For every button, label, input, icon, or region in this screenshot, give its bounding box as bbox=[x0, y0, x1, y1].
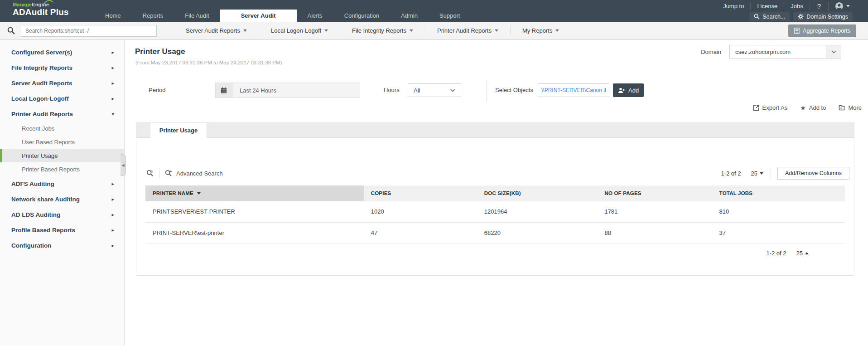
menu-label: File Integrity Reports bbox=[352, 27, 406, 34]
license-link[interactable]: License bbox=[751, 3, 784, 10]
sidebar-item-label: Profile Based Reports bbox=[11, 227, 75, 234]
chevron-down-icon bbox=[324, 29, 328, 32]
page-size-select[interactable]: 25 bbox=[751, 170, 763, 177]
sidebar-item-label: Server Audit Reports bbox=[11, 80, 72, 87]
sidebar-item-server-audit-reports[interactable]: Server Audit Reports▸ bbox=[0, 75, 124, 91]
user-avatar-icon bbox=[835, 2, 844, 10]
nav-configuration[interactable]: Configuration bbox=[333, 10, 390, 22]
chevron-down-icon bbox=[555, 29, 559, 32]
nav-alerts[interactable]: Alerts bbox=[297, 10, 333, 22]
sidebar-item-local-logon-logoff[interactable]: Local Logon-Logoff▸ bbox=[0, 91, 124, 106]
nav-support[interactable]: Support bbox=[429, 10, 471, 22]
sidebar-item-ad-lds-auditing[interactable]: AD LDS Auditing▸ bbox=[0, 207, 124, 222]
user-menu[interactable] bbox=[829, 2, 850, 10]
nav-reports[interactable]: Reports bbox=[132, 10, 174, 22]
sidebar-item-configured-servers[interactable]: Configured Server(s)▸ bbox=[0, 44, 124, 60]
export-as-button[interactable]: Export As bbox=[753, 104, 788, 111]
more-label: More bbox=[848, 104, 862, 111]
sidebar-item-printer-usage[interactable]: Printer Usage bbox=[0, 149, 124, 162]
sidebar-collapse-handle[interactable]: ◀ bbox=[121, 154, 126, 176]
table-row: PRINTSERVER\EST-PRINTER 1020 1201964 178… bbox=[145, 201, 845, 222]
user-caret-icon bbox=[846, 5, 850, 7]
report-menus: Server Audit Reports Local Logon-Logoff … bbox=[174, 22, 571, 39]
sidebar-subitem-label: Printer Based Reports bbox=[22, 166, 80, 173]
page-size-select[interactable]: 25 bbox=[796, 250, 809, 257]
menu-local-logon-logoff[interactable]: Local Logon-Logoff bbox=[259, 26, 340, 36]
report-tabstrip: Printer Usage bbox=[136, 123, 854, 138]
add-objects-button[interactable]: Add bbox=[613, 83, 644, 97]
printer-name-link[interactable]: PRINT-SERVER\est-printer bbox=[145, 222, 364, 244]
quick-search-icon[interactable] bbox=[7, 27, 15, 34]
add-remove-columns-button[interactable]: Add/Remove Columns bbox=[777, 167, 849, 180]
printer-name-link[interactable]: PRINTSERVER\EST-PRINTER bbox=[145, 201, 364, 222]
sidebar-item-network-share-auditing[interactable]: Network share Auditing▸ bbox=[0, 191, 124, 207]
brand-swoosh-icon bbox=[43, 0, 53, 5]
aggregate-reports-button[interactable]: Aggregate Reports bbox=[788, 24, 856, 37]
nav-admin[interactable]: Admin bbox=[390, 10, 429, 22]
chevron-left-icon: ◀ bbox=[121, 163, 124, 167]
sidebar-item-profile-based-reports[interactable]: Profile Based Reports▸ bbox=[0, 222, 124, 238]
jobs-cell: 37 bbox=[712, 222, 845, 244]
domain-settings-button[interactable]: Domain Settings bbox=[793, 12, 853, 21]
advanced-search-label[interactable]: Advanced Search bbox=[176, 170, 223, 177]
period-picker[interactable]: Last 24 Hours bbox=[215, 83, 360, 98]
copies-cell: 47 bbox=[364, 222, 477, 244]
nav-server-audit[interactable]: Server Audit bbox=[220, 10, 297, 22]
add-to-label: Add to bbox=[809, 104, 826, 111]
menu-label: Printer Audit Reports bbox=[437, 27, 492, 34]
filter-row: Period Last 24 Hours Hours All Select Ob… bbox=[125, 82, 868, 101]
report-date-range: (From May 23,2017 03:31:36 PM to May 24,… bbox=[135, 60, 282, 65]
col-copies[interactable]: COPIES bbox=[364, 185, 477, 201]
pagination-top: 1-2 of 2 25 Add/Remove Columns bbox=[721, 166, 849, 180]
help-icon[interactable]: ? bbox=[810, 2, 829, 10]
chevron-down-icon bbox=[410, 29, 413, 32]
nav-file-audit[interactable]: File Audit bbox=[174, 10, 220, 22]
pages-cell: 1781 bbox=[597, 201, 712, 222]
chevron-right-icon: ▸ bbox=[111, 49, 114, 55]
jump-to-link[interactable]: Jump to bbox=[717, 3, 751, 10]
sidebar-item-printer-based-reports[interactable]: Printer Based Reports bbox=[0, 162, 124, 176]
advanced-search-icon[interactable] bbox=[165, 170, 173, 177]
col-no-of-pages[interactable]: NO OF PAGES bbox=[597, 185, 712, 201]
sidebar-item-user-based-reports[interactable]: User Based Reports bbox=[0, 135, 124, 149]
sidebar-item-adfs-auditing[interactable]: ADFS Auditing▸ bbox=[0, 176, 124, 191]
col-doc-size[interactable]: DOC SIZE(KB) bbox=[477, 185, 598, 201]
more-button[interactable]: More bbox=[839, 104, 862, 111]
sidebar-subitem-label: Recent Jobs bbox=[22, 125, 54, 132]
report-search-input[interactable] bbox=[21, 25, 157, 37]
menu-printer-audit-reports[interactable]: Printer Audit Reports bbox=[425, 26, 511, 36]
chevron-down-icon bbox=[826, 45, 841, 58]
sidebar-item-printer-audit-reports[interactable]: Printer Audit Reports▾ bbox=[0, 106, 124, 122]
menu-server-audit-reports[interactable]: Server Audit Reports bbox=[174, 26, 259, 36]
menu-my-reports[interactable]: My Reports bbox=[511, 26, 571, 36]
brand-line: ManageEngine bbox=[13, 2, 69, 7]
pagination-bottom: 1-2 of 2 25 bbox=[766, 250, 809, 257]
hours-value: All bbox=[414, 87, 420, 94]
list-tools: Advanced Search 1-2 of 2 25 Add/Remove C… bbox=[136, 166, 854, 182]
calendar-icon bbox=[216, 83, 232, 97]
tab-printer-usage[interactable]: Printer Usage bbox=[150, 123, 207, 138]
domain-select[interactable]: csez.zohocorpin.com bbox=[729, 45, 841, 58]
sidebar-item-configuration[interactable]: Configuration▸ bbox=[0, 238, 124, 253]
chevron-down-icon bbox=[495, 29, 498, 32]
menu-label: Server Audit Reports bbox=[186, 27, 240, 34]
doc-size-cell: 68220 bbox=[477, 222, 598, 244]
nav-home[interactable]: Home bbox=[94, 10, 132, 22]
doc-size-cell: 1201964 bbox=[477, 201, 598, 222]
col-printer-name[interactable]: PRINTER NAME bbox=[145, 185, 364, 201]
menu-file-integrity-reports[interactable]: File Integrity Reports bbox=[340, 26, 425, 36]
search-icon[interactable] bbox=[146, 170, 154, 177]
add-to-button[interactable]: ★ Add to bbox=[800, 104, 826, 111]
sidebar-item-recent-jobs[interactable]: Recent Jobs bbox=[0, 122, 124, 135]
sidebar-item-file-integrity-reports[interactable]: File Integrity Reports▸ bbox=[0, 60, 124, 75]
period-label: Period bbox=[149, 87, 166, 93]
col-total-jobs[interactable]: TOTAL JOBS bbox=[712, 185, 845, 201]
jobs-link[interactable]: Jobs bbox=[784, 3, 810, 10]
jobs-cell: 810 bbox=[712, 201, 845, 222]
search-icon bbox=[754, 14, 760, 19]
select-objects-input[interactable] bbox=[538, 83, 609, 97]
chevron-right-icon: ▸ bbox=[111, 96, 114, 102]
hours-select[interactable]: All bbox=[408, 83, 461, 97]
global-search-button[interactable]: Search... bbox=[749, 12, 790, 21]
pages-cell: 88 bbox=[597, 222, 712, 244]
